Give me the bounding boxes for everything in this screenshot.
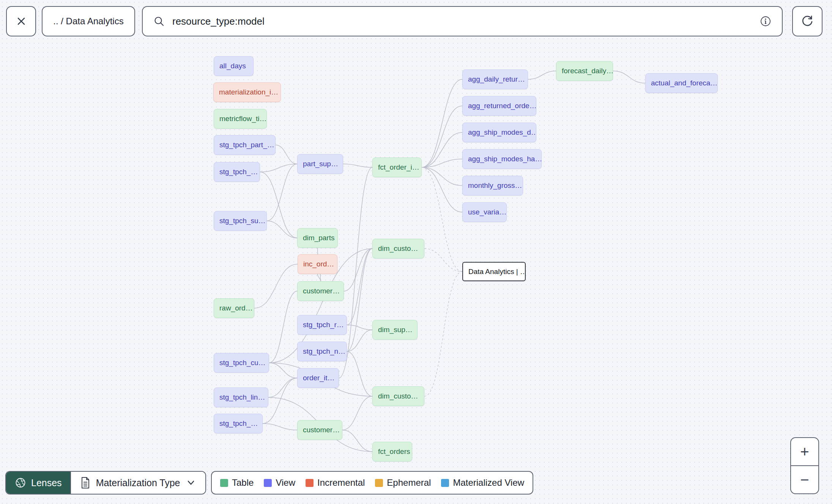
graph-node-part_sup[interactable]: part_sup… bbox=[297, 154, 343, 174]
graph-node-stg_tpch_cu[interactable]: stg_tpch_cu… bbox=[214, 353, 269, 373]
aperture-icon bbox=[14, 477, 27, 489]
graph-node-fct_order_i[interactable]: fct_order_i… bbox=[372, 158, 422, 177]
graph-node-monthly_gross[interactable]: monthly_gross… bbox=[462, 176, 523, 195]
edge-fct_order_i-to-use_varia bbox=[422, 167, 462, 212]
edge-stg_tpch_a-to-part_sup bbox=[260, 164, 297, 172]
graph-node-stg_tpch_n[interactable]: stg_tpch_n… bbox=[297, 342, 347, 361]
minus-icon: − bbox=[800, 471, 809, 488]
graph-node-all_days[interactable]: all_days bbox=[214, 56, 254, 76]
refresh-icon bbox=[800, 14, 815, 28]
edge-customer_b-to-dim_custo_b bbox=[342, 396, 372, 430]
lenses-control: Lenses Materialization Type bbox=[5, 471, 206, 495]
legend-swatch bbox=[264, 479, 272, 487]
graph-node-stg_tpch_su[interactable]: stg_tpch_su… bbox=[214, 211, 267, 231]
plus-icon: + bbox=[800, 443, 809, 460]
lineage-canvas[interactable]: all_daysmaterialization_i…metricflow_ti…… bbox=[0, 0, 832, 504]
graph-node-customer_b[interactable]: customer… bbox=[297, 420, 342, 440]
zoom-controls: + − bbox=[790, 437, 819, 494]
graph-node-metricflow_ti[interactable]: metricflow_ti… bbox=[214, 109, 267, 129]
lenses-button[interactable]: Lenses bbox=[6, 472, 70, 494]
edge-stg_tpch_cu-to-order_it bbox=[269, 363, 297, 378]
legend-label: Incremental bbox=[317, 477, 365, 488]
graph-node-agg_daily_retur[interactable]: agg_daily_retur… bbox=[462, 69, 528, 89]
edge-stg_tpch_n-to-dim_custo_b bbox=[347, 351, 372, 396]
search-bar[interactable]: resource_type:model bbox=[142, 6, 783, 36]
legend-label: Materialized View bbox=[453, 477, 524, 488]
legend-swatch bbox=[441, 479, 449, 487]
graph-node-actual_and_foreca[interactable]: actual_and_foreca… bbox=[645, 73, 718, 93]
graph-node-order_it[interactable]: order_it… bbox=[297, 368, 339, 388]
legend-item-view: View bbox=[264, 477, 295, 488]
edge-fct_order_i-to-data_analytics_root bbox=[422, 167, 462, 272]
legend-label: Table bbox=[232, 477, 254, 488]
edge-stg_tpch_lin-to-order_it bbox=[268, 378, 297, 397]
graph-node-data_analytics_root[interactable]: Data Analytics | … bbox=[462, 262, 526, 281]
lenses-label: Lenses bbox=[31, 477, 62, 488]
legend: TableViewIncrementalEphemeralMaterialize… bbox=[211, 471, 533, 495]
breadcrumb: .. / Data Analytics bbox=[53, 16, 123, 27]
edge-fct_order_i-to-agg_daily_retur bbox=[422, 79, 462, 167]
refresh-button[interactable] bbox=[792, 6, 823, 36]
graph-node-inc_ord[interactable]: inc_ord… bbox=[298, 254, 337, 274]
edge-dim_custo_a-to-data_analytics_root bbox=[424, 249, 462, 272]
zoom-out-button[interactable]: − bbox=[791, 465, 818, 493]
edge-fct_order_i-to-agg_ship_modes_d bbox=[422, 132, 462, 167]
graph-node-dim_custo_a[interactable]: dim_custo… bbox=[372, 239, 424, 258]
graph-node-stg_tpch_part[interactable]: stg_tpch_part_… bbox=[214, 135, 276, 155]
breadcrumb-button[interactable]: .. / Data Analytics bbox=[42, 6, 135, 36]
close-button[interactable] bbox=[6, 6, 36, 36]
edge-fct_order_i-to-monthly_gross bbox=[422, 167, 462, 186]
graph-node-customer_a[interactable]: customer… bbox=[297, 281, 344, 301]
edge-fct_order_i-to-agg_returned_orde bbox=[422, 106, 462, 167]
edge-agg_daily_retur-to-forecast_daily bbox=[528, 71, 556, 79]
graph-node-fct_orders[interactable]: fct_orders bbox=[372, 442, 412, 461]
graph-node-forecast_daily[interactable]: forecast_daily… bbox=[556, 61, 613, 81]
edge-stg_tpch_part-to-part_sup bbox=[276, 145, 297, 164]
zoom-in-button[interactable]: + bbox=[791, 438, 818, 465]
graph-node-use_varia[interactable]: use_varia… bbox=[462, 202, 507, 222]
legend-swatch bbox=[220, 479, 228, 487]
search-icon bbox=[153, 15, 165, 28]
legend-item-incremental: Incremental bbox=[306, 477, 365, 488]
legend-item-materialized-view: Materialized View bbox=[441, 477, 524, 488]
legend-swatch bbox=[375, 479, 383, 487]
graph-node-dim_custo_b[interactable]: dim_custo… bbox=[372, 386, 424, 406]
graph-node-stg_tpch_a[interactable]: stg_tpch_… bbox=[214, 162, 260, 182]
legend-item-table: Table bbox=[220, 477, 254, 488]
edge-forecast_daily-to-actual_and_foreca bbox=[613, 71, 645, 83]
chevron-down-icon bbox=[186, 477, 196, 488]
graph-node-agg_returned_orde[interactable]: agg_returned_orde… bbox=[462, 96, 536, 116]
graph-node-raw_ord[interactable]: raw_ord… bbox=[214, 298, 254, 318]
close-icon bbox=[15, 15, 28, 28]
edge-stg_tpch_n-to-dim_custo_a bbox=[347, 249, 372, 351]
edge-dim_custo_b-to-data_analytics_root bbox=[424, 272, 462, 397]
edge-raw_ord-to-inc_ord bbox=[254, 264, 298, 308]
edge-stg_tpch_su-to-dim_parts bbox=[267, 221, 297, 238]
graph-node-stg_tpch_r[interactable]: stg_tpch_r… bbox=[297, 315, 347, 335]
graph-node-stg_tpch_b[interactable]: stg_tpch_… bbox=[214, 414, 263, 433]
edge-stg_tpch_b-to-customer_b bbox=[263, 424, 297, 430]
lens-selector[interactable]: Materialization Type bbox=[70, 472, 205, 494]
graph-node-agg_ship_modes_ha[interactable]: agg_ship_modes_ha… bbox=[462, 149, 542, 169]
document-icon bbox=[80, 476, 91, 489]
edge-part_sup-to-fct_order_i bbox=[343, 164, 372, 167]
graph-node-materialization_i[interactable]: materialization_i… bbox=[213, 82, 281, 102]
legend-label: Ephemeral bbox=[387, 477, 431, 488]
lens-selector-label: Materialization Type bbox=[96, 477, 180, 488]
edge-stg_tpch_cu-to-customer_a bbox=[269, 291, 297, 363]
graph-node-agg_ship_modes_d[interactable]: agg_ship_modes_d… bbox=[462, 123, 536, 142]
legend-item-ephemeral: Ephemeral bbox=[375, 477, 431, 488]
legend-swatch bbox=[306, 479, 314, 487]
search-input[interactable]: resource_type:model bbox=[172, 16, 752, 27]
info-icon[interactable] bbox=[759, 15, 772, 28]
edge-stg_tpch_su-to-part_sup bbox=[267, 164, 297, 221]
graph-node-dim_parts[interactable]: dim_parts bbox=[297, 228, 338, 248]
edge-customer_a-to-dim_custo_a bbox=[344, 249, 372, 291]
edge-customer_b-to-fct_orders bbox=[342, 430, 372, 452]
graph-node-stg_tpch_lin[interactable]: stg_tpch_lin… bbox=[214, 387, 268, 407]
graph-node-dim_sup[interactable]: dim_sup… bbox=[372, 320, 418, 340]
legend-label: View bbox=[276, 477, 295, 488]
